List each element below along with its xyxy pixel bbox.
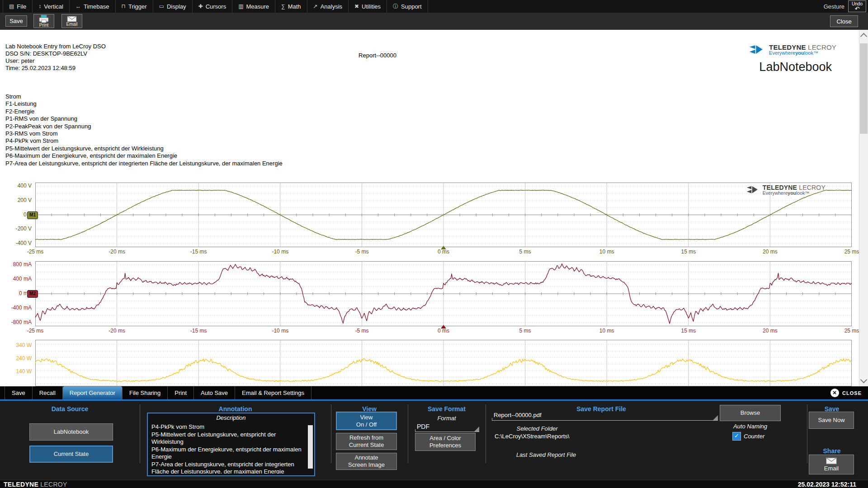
voltage-y-tick: -400 V (4, 240, 32, 246)
tab-email-report-settings[interactable]: Email & Report Settings (235, 386, 311, 399)
current-x-tick: -25 ms (22, 328, 49, 334)
menu-item-support[interactable]: ⓘSupport (387, 0, 428, 13)
save-now-button[interactable]: Save Now (809, 412, 854, 429)
current-x-tick: 15 ms (675, 328, 702, 334)
close-button-label: Close (836, 18, 851, 25)
current-trace-badge[interactable]: M2 (27, 290, 38, 298)
status-brand-logo: TELEDYNE LECROY (0, 481, 67, 488)
divider (807, 404, 807, 463)
power-y-tick: 340 W (4, 342, 32, 348)
divider (408, 404, 408, 463)
undo-icon: ↶ (855, 6, 860, 11)
setup-line: P7-Area der Leistungskurve, entspricht d… (5, 160, 283, 167)
dialog-close-button[interactable]: × CLOSE (830, 386, 868, 399)
close-button[interactable]: Close (830, 15, 858, 27)
current-chart: 800 mA400 mA0 mA-400 mA-800 mA -25 ms-20… (4, 261, 858, 337)
report-filename-field[interactable]: Report--00000.pdf (492, 411, 718, 421)
tab-recall[interactable]: Recall (33, 386, 63, 399)
view-on-off-button[interactable]: View On / Off (336, 412, 397, 430)
tab-print[interactable]: Print (168, 386, 194, 399)
watermark-brand-name: TELEDYNE LECROY (763, 185, 826, 190)
selected-folder-label: Selected Folder (492, 425, 582, 432)
annotation-line: P4-PkPk vom Strom (151, 423, 305, 431)
tab-auto-save[interactable]: Auto Save (194, 386, 235, 399)
annotation-description-box[interactable]: Description P4-PkPk vom StromP5-Mittelwe… (147, 413, 315, 476)
watermark-logo-icon (746, 186, 760, 195)
menu-item-label: Support (401, 3, 422, 10)
menu-item-display[interactable]: ▭Display (153, 0, 193, 13)
voltage-trace-badge[interactable]: M1 (27, 211, 38, 219)
scrollbar-down-icon[interactable] (860, 376, 868, 384)
annotation-text[interactable]: P4-PkPk vom StromP5-Mittelwert der Leist… (151, 423, 305, 474)
voltage-plot: TELEDYNE LECROY Everywhereyoulook™ (35, 183, 852, 247)
last-saved-report-file-label: Last Saved Report File (492, 451, 600, 458)
measure-icon: ▥ (238, 3, 243, 9)
annotation-line: P6-Maximum der Energiekurve, entspricht … (151, 446, 305, 461)
email-button[interactable]: Email (61, 14, 82, 28)
current-y-tick: -800 mA (4, 319, 32, 325)
share-email-button[interactable]: Email (809, 455, 854, 474)
document-scrollbar[interactable] (859, 30, 868, 386)
close-x-icon: × (830, 389, 839, 397)
undo-button[interactable]: Undo ↶ (848, 0, 866, 12)
cursors-icon: ✚ (198, 3, 203, 9)
envelope-icon (67, 16, 77, 22)
current-state-source-button[interactable]: Current State (29, 446, 113, 463)
gesture-label: Gesture (824, 3, 844, 10)
file-icon: ▤ (9, 3, 14, 9)
menu-item-trigger[interactable]: ⊓Trigger (116, 0, 153, 13)
menu-item-label: Utilities (362, 3, 381, 10)
current-x-tick: -5 ms (348, 328, 375, 334)
annotation-line: P7-Area der Leistungskurve, entspricht d… (151, 461, 305, 474)
refresh-from-current-state-button[interactable]: Refresh from Current State (336, 433, 397, 450)
format-label: Format (408, 415, 486, 422)
menu-item-label: Cursors (206, 3, 226, 10)
menu-bar: ▤File↕Vertical↔Timebase⊓Trigger▭Display✚… (0, 0, 868, 13)
current-x-tick: 5 ms (512, 328, 539, 334)
brand-name: TELEDYNE LECROY (769, 44, 836, 50)
toolbar: Save Print Email Close (0, 13, 868, 30)
power-y-tick: 140 W (4, 368, 32, 375)
current-x-tick: 0 ms (430, 328, 457, 334)
annotate-screen-image-button[interactable]: Annotate Screen Image (336, 453, 397, 470)
annotation-scrollbar-thumb[interactable] (308, 425, 313, 469)
status-bar: TELEDYNE LECROY 25.02.2023 12:52:11 (0, 480, 868, 488)
report-number-label: Report--00000 (353, 52, 402, 59)
tab-report-generator[interactable]: Report Generator (63, 386, 123, 399)
tab-list: SaveRecallReport GeneratorFile SharingPr… (0, 386, 311, 399)
menu-item-utilities[interactable]: ✖Utilities (349, 0, 387, 13)
browse-button[interactable]: Browse (720, 405, 781, 421)
menu-item-cursors[interactable]: ✚Cursors (193, 0, 233, 13)
tab-file-sharing[interactable]: File Sharing (123, 386, 168, 399)
labnotebook-source-button[interactable]: LabNotebook (29, 423, 113, 441)
menu-item-analysis[interactable]: ↗Analysis (307, 0, 349, 13)
current-x-tick: -20 ms (104, 328, 131, 334)
auto-naming-label: Auto Naming (720, 423, 781, 430)
vertical-icon: ↕ (38, 3, 41, 9)
menu-item-timebase[interactable]: ↔Timebase (70, 0, 116, 13)
voltage-trigger-marker-icon[interactable] (441, 246, 446, 249)
area-color-preferences-button[interactable]: Area / Color Preferences (415, 433, 476, 451)
format-dropdown[interactable]: PDF (415, 422, 479, 432)
divider (486, 404, 486, 463)
current-waveform-svg (35, 261, 852, 326)
teledyne-lecroy-logo-icon (749, 45, 765, 56)
counter-checkbox[interactable]: ✓ (732, 432, 741, 441)
scrollbar-up-icon[interactable] (860, 33, 868, 40)
menu-item-vertical[interactable]: ↕Vertical (33, 0, 70, 13)
scrollbar-thumb[interactable] (860, 43, 868, 134)
tab-save[interactable]: Save (5, 386, 33, 399)
menu-item-measure[interactable]: ▥Measure (232, 0, 275, 13)
voltage-x-tick: 5 ms (512, 249, 539, 255)
printer-icon (39, 15, 49, 23)
current-plot (35, 261, 852, 326)
voltage-x-tick: 15 ms (675, 249, 702, 255)
selected-folder-path: C:\LeCroy\XStream\Reports\ (495, 433, 569, 440)
current-trigger-marker-icon[interactable] (441, 325, 446, 328)
save-button[interactable]: Save (5, 15, 27, 27)
menu-item-label: Measure (246, 3, 269, 10)
report-header-line: DSO S/N: DESKTOP-9BE62LV (5, 50, 106, 57)
print-button[interactable]: Print (33, 14, 54, 28)
menu-item-math[interactable]: ∑Math (275, 0, 307, 13)
menu-item-file[interactable]: ▤File (3, 0, 33, 13)
